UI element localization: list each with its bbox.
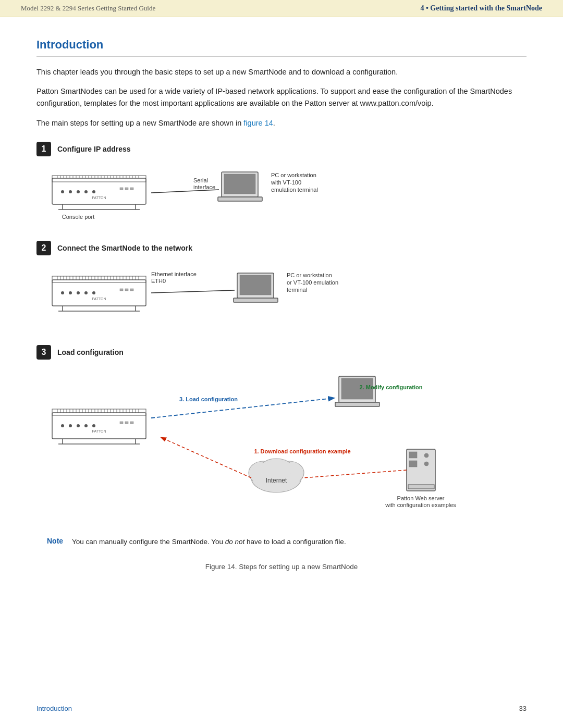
svg-point-134 xyxy=(92,424,95,427)
note-label: Note xyxy=(47,537,68,545)
main-content: Introduction This chapter leads you thro… xyxy=(0,17,563,604)
svg-text:PATTON: PATTON xyxy=(92,429,106,433)
svg-text:with configuration examples: with configuration examples xyxy=(385,502,456,508)
svg-rect-135 xyxy=(120,422,123,424)
svg-text:1. Download configuration exam: 1. Download configuration example xyxy=(254,448,350,454)
step3-title: Load configuration xyxy=(57,348,124,356)
step2-diagram: PATTON Ethernet interface ETH0 PC or w xyxy=(47,262,412,329)
svg-rect-158 xyxy=(409,452,417,458)
svg-text:PATTON: PATTON xyxy=(92,297,106,301)
internet-cloud: Internet xyxy=(249,459,304,492)
svg-rect-101 xyxy=(52,413,146,439)
step2-header: 2 Connect the SmartNode to the network xyxy=(36,241,527,255)
svg-rect-52 xyxy=(52,276,146,282)
svg-rect-47 xyxy=(218,197,262,201)
laptop-2 xyxy=(234,273,278,302)
figure-caption: Figure 14. Steps for setting up a new Sm… xyxy=(36,563,527,571)
svg-rect-136 xyxy=(125,422,128,424)
step1-header: 1 Configure IP address xyxy=(36,142,527,156)
figure-container: 1 Configure IP address xyxy=(36,142,527,571)
svg-text:PATTON: PATTON xyxy=(92,196,106,200)
svg-rect-86 xyxy=(125,289,128,291)
step2-number: 2 xyxy=(36,241,51,255)
footer-left: Introduction xyxy=(36,705,72,712)
step1-section: 1 Configure IP address xyxy=(36,142,527,225)
svg-rect-96 xyxy=(240,275,271,295)
step2-title: Connect the SmartNode to the network xyxy=(57,244,192,252)
note-text: You can manually configure the SmartNode… xyxy=(72,537,346,547)
smartnode-device-2: PATTON xyxy=(52,276,146,311)
svg-point-83 xyxy=(84,291,88,294)
svg-point-32 xyxy=(84,190,88,193)
svg-rect-1 xyxy=(52,176,146,182)
svg-text:terminal: terminal xyxy=(287,287,307,293)
section-title: Introduction xyxy=(36,38,527,57)
footer-page-number: 33 xyxy=(519,705,527,712)
svg-rect-144 xyxy=(335,402,380,406)
svg-text:emulation terminal: emulation terminal xyxy=(271,187,318,193)
step3-header: 3 Load configuration xyxy=(36,345,527,360)
svg-point-31 xyxy=(77,190,80,193)
svg-line-94 xyxy=(151,290,235,293)
svg-point-130 xyxy=(61,424,64,427)
svg-text:ETH0: ETH0 xyxy=(151,278,166,284)
intro-para2: Patton SmartNodes can be used for a wide… xyxy=(36,85,527,109)
note-text-italic: do not xyxy=(225,538,245,546)
svg-rect-34 xyxy=(120,188,123,190)
svg-rect-35 xyxy=(125,188,128,190)
svg-text:2. Modify configuration: 2. Modify configuration xyxy=(360,384,423,390)
svg-point-30 xyxy=(69,190,72,193)
note-text-part2: have to load a configuration file. xyxy=(244,538,346,546)
svg-rect-87 xyxy=(130,289,133,291)
svg-rect-102 xyxy=(52,409,146,415)
svg-rect-162 xyxy=(408,485,434,489)
svg-text:PC or workstation: PC or workstation xyxy=(271,172,316,178)
svg-rect-46 xyxy=(224,174,255,194)
svg-rect-36 xyxy=(130,188,133,190)
svg-point-132 xyxy=(77,424,80,427)
step3-number: 3 xyxy=(36,345,51,360)
svg-text:Patton Web server: Patton Web server xyxy=(397,495,445,501)
para3-prefix: The main steps for setting up a new Smar… xyxy=(36,119,243,127)
svg-text:Internet: Internet xyxy=(266,477,287,484)
svg-line-146 xyxy=(151,398,334,418)
svg-text:or VT-100 emulation: or VT-100 emulation xyxy=(287,279,338,286)
figure14-link[interactable]: figure 14 xyxy=(243,119,273,127)
para3-suffix: . xyxy=(273,119,275,127)
smartnode-device-3: PATTON xyxy=(52,409,146,444)
svg-rect-137 xyxy=(130,422,133,424)
svg-rect-85 xyxy=(120,289,123,291)
svg-rect-51 xyxy=(52,280,146,306)
svg-point-84 xyxy=(92,291,95,294)
step3-diagram: PATTON 3. Load configuration 2. Mo xyxy=(47,366,474,533)
intro-para3: The main steps for setting up a new Smar… xyxy=(36,117,527,129)
svg-line-166 xyxy=(302,470,407,478)
svg-point-133 xyxy=(84,424,88,427)
step1-title: Configure IP address xyxy=(57,145,131,153)
step3-section: 3 Load configuration xyxy=(36,345,527,547)
svg-rect-159 xyxy=(409,461,417,467)
svg-point-160 xyxy=(424,453,429,458)
svg-point-33 xyxy=(92,190,95,193)
svg-point-80 xyxy=(61,291,64,294)
step2-section: 2 Connect the SmartNode to the network xyxy=(36,241,527,329)
svg-text:3. Load configuration: 3. Load configuration xyxy=(179,396,238,402)
step1-number: 1 xyxy=(36,142,51,156)
server-device xyxy=(407,449,435,491)
svg-text:interface: interface xyxy=(193,184,215,190)
note-box: Note You can manually configure the Smar… xyxy=(47,537,527,547)
svg-point-131 xyxy=(69,424,72,427)
page-header: Model 2292 & 2294 Series Getting Started… xyxy=(0,0,563,17)
svg-text:Ethernet interface: Ethernet interface xyxy=(151,271,197,277)
svg-text:PC or workstation: PC or workstation xyxy=(287,272,332,278)
svg-point-81 xyxy=(69,291,72,294)
smartnode-device-1: PATTON xyxy=(52,176,146,209)
svg-point-82 xyxy=(77,291,80,294)
header-right-text: 4 • Getting started with the SmartNode xyxy=(420,4,542,13)
svg-text:Serial: Serial xyxy=(193,177,208,183)
page-footer: Introduction 33 xyxy=(0,705,563,712)
svg-point-161 xyxy=(424,462,429,466)
intro-para1: This chapter leads you through the basic… xyxy=(36,66,527,78)
svg-rect-97 xyxy=(234,298,278,302)
note-text-part1: You can manually configure the SmartNode… xyxy=(72,538,225,546)
